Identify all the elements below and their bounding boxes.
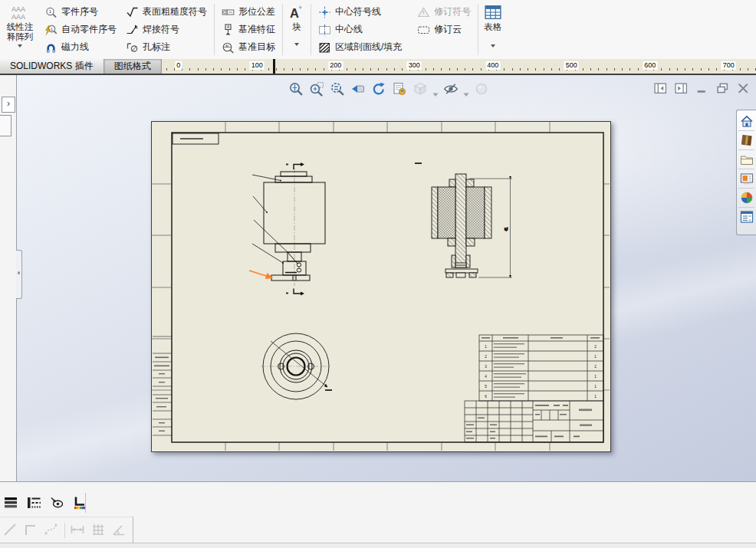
ruler-tick <box>535 68 536 71</box>
section-view[interactable]: 41 <box>415 162 512 277</box>
line-style-button[interactable] <box>26 495 43 512</box>
zoom-to-fit-button[interactable] <box>288 80 304 97</box>
auto-balloon-icon: 1 <box>44 24 58 36</box>
drawing-sheet[interactable]: 41 <box>151 121 611 452</box>
restore-button[interactable] <box>716 83 729 94</box>
magnet-icon <box>44 41 58 54</box>
linear-note-pattern-button[interactable]: AAAAAA 线性注释阵列 <box>0 0 40 59</box>
datum-target-icon: A1 <box>222 41 235 54</box>
sheet-border <box>152 122 610 451</box>
ruler-tick <box>284 68 284 71</box>
ruler-tick <box>465 68 465 71</box>
line-tool-button <box>2 522 18 538</box>
annotation-ribbon: AAAAAA 线性注释阵列 1 零件序号 1 自动零件序号 磁力线 <box>0 0 756 59</box>
close-button[interactable] <box>737 83 750 94</box>
datum-target-button[interactable]: A1 基准目标 <box>222 38 275 56</box>
bottom-view[interactable] <box>261 333 332 399</box>
svg-text:1: 1 <box>594 395 597 399</box>
viewport-canvas[interactable]: › <box>0 75 756 482</box>
appearances-button[interactable] <box>738 189 754 208</box>
revision-cloud-button[interactable]: 修订云 <box>417 21 471 38</box>
block-label: 块 <box>292 22 301 32</box>
ruler-tick <box>363 68 363 71</box>
custom-properties-button[interactable] <box>738 208 754 226</box>
centerline-button[interactable]: 中心线 <box>318 21 402 38</box>
selected-leader[interactable] <box>249 271 272 278</box>
hide-show-dropdown[interactable] <box>463 87 469 91</box>
table-label: 表格 <box>484 22 501 32</box>
angle-tool-button <box>111 522 127 538</box>
table-button[interactable]: 表格 <box>481 0 505 59</box>
expand-panel-button[interactable]: › <box>2 97 15 113</box>
center-mark-icon <box>318 6 331 18</box>
revision-symbol-label: 修订符号 <box>434 5 471 18</box>
grid-tool-button <box>90 522 107 538</box>
balloon-icon: 1 <box>44 6 58 18</box>
ruler-tick <box>268 68 269 71</box>
bom-table[interactable]: 12 21 32 41 51 61 <box>479 335 603 401</box>
view-palette-button[interactable] <box>738 169 754 189</box>
ruler-tick <box>677 68 678 71</box>
zoom-to-area-button[interactable] <box>308 80 325 97</box>
zoom-in-out-button[interactable] <box>329 80 346 97</box>
surface-finish-label: 表面粗糙度符号 <box>143 5 207 18</box>
file-explorer-button[interactable] <box>738 150 754 169</box>
ruler-tick <box>386 68 387 71</box>
ruler-label: 700 <box>721 61 736 70</box>
area-hatch-label: 区域剖面线/填充 <box>335 41 402 54</box>
sheet-properties-button[interactable] <box>391 80 408 97</box>
layer-properties-button[interactable] <box>3 495 20 512</box>
magnetic-line-label: 磁力线 <box>61 41 89 54</box>
line-color-button[interactable] <box>72 495 89 512</box>
gtol-button[interactable]: 形位公差 <box>222 3 275 21</box>
ruler-tick <box>559 68 560 71</box>
ribbon-separator <box>214 4 215 55</box>
svg-text:2: 2 <box>485 355 487 359</box>
title-block[interactable] <box>465 401 603 442</box>
collapse-left-pane-button[interactable] <box>654 83 667 94</box>
rotate-view-button[interactable] <box>370 80 387 97</box>
centerline-icon <box>318 24 331 36</box>
home-tab-button[interactable] <box>738 112 754 131</box>
block-button[interactable]: A° 块 <box>285 0 308 59</box>
previous-view-button[interactable] <box>350 80 366 97</box>
gtol-icon <box>222 6 235 18</box>
balloon-button[interactable]: 1 零件序号 <box>44 3 117 21</box>
balloon-label: 零件序号 <box>61 5 98 18</box>
ruler-tick <box>669 68 670 71</box>
weld-symbol-label: 焊接符号 <box>143 23 179 36</box>
collapse-right-pane-button[interactable] <box>675 83 688 94</box>
hide-show-edges-button[interactable] <box>49 495 66 512</box>
ruler-tick <box>370 68 371 71</box>
hole-callout-button[interactable]: 孔标注 <box>126 38 207 56</box>
ruler-tick <box>598 68 599 71</box>
ruler-tick <box>661 68 662 71</box>
ruler-tick <box>300 68 301 71</box>
magnetic-line-button[interactable]: 磁力线 <box>44 38 117 56</box>
ruler-tick <box>708 68 709 71</box>
chevron-down-icon <box>18 44 22 48</box>
center-mark-button[interactable]: 中心符号线 <box>318 3 402 21</box>
dimension-tool-button <box>70 522 86 538</box>
datum-feature-button[interactable]: A 基准特征 <box>222 21 275 38</box>
ruler-tick <box>622 68 623 71</box>
weld-symbol-button[interactable]: 焊接符号 <box>126 21 207 38</box>
svg-text:1: 1 <box>485 345 487 349</box>
surface-finish-button[interactable]: 表面粗糙度符号 <box>126 3 207 21</box>
hide-show-items-button[interactable] <box>442 80 459 97</box>
panel-side-tab[interactable] <box>0 115 12 136</box>
ruler-tick <box>583 68 583 71</box>
ruler-tick <box>716 68 717 71</box>
design-library-button[interactable] <box>738 131 754 150</box>
ruler-tick <box>449 68 450 71</box>
panel-splitter-handle[interactable] <box>16 250 22 299</box>
bottom-toolbar-area <box>0 482 756 543</box>
auto-balloon-button[interactable]: 1 自动零件序号 <box>44 21 117 38</box>
tab-solidworks-addins[interactable]: SOLIDWORKS 插件 <box>0 59 104 74</box>
tab-sheet-format[interactable]: 图纸格式 <box>104 59 162 74</box>
area-hatch-button[interactable]: 区域剖面线/填充 <box>318 38 402 56</box>
ruler-tick <box>355 68 356 71</box>
minimize-button[interactable] <box>695 83 708 94</box>
ruler-tick <box>512 68 513 71</box>
display-style-dropdown[interactable] <box>432 87 439 91</box>
